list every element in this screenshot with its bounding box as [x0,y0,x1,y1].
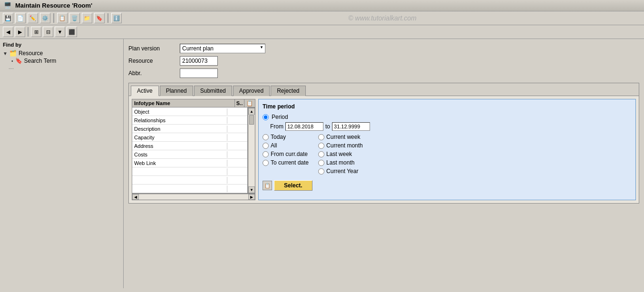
nav-btn-2[interactable]: ⊟ [43,27,53,37]
table-row[interactable]: Costs [132,150,247,159]
table-row[interactable]: Relationships [132,116,247,125]
select-button[interactable]: Select. [274,180,312,191]
vertical-scrollbar[interactable]: ▲ ▼ [248,107,255,194]
select-icon: 📋 [263,181,272,190]
col-infotype-name: Infotype Name [132,99,235,107]
to-current-label: To current date [271,159,309,166]
from-date-input[interactable] [285,122,323,131]
last-week-radio[interactable] [318,151,324,157]
horizontal-scrollbar[interactable]: ◀ ▶ [132,194,255,200]
nav-back[interactable]: ◀ [3,27,13,37]
to-date-input[interactable] [332,122,370,131]
table-row[interactable]: Capacity [132,133,247,142]
scroll-up-btn[interactable]: ▲ [248,108,255,115]
sidebar-item-search-term[interactable]: • 🔖 Search Term [11,57,120,65]
sidebar-item-resource[interactable]: ▼ 🗂️ Resource [3,49,120,57]
radio-current-year: Current Year [318,168,363,175]
radio-current-week: Current week [318,134,363,140]
settings-button[interactable]: ⚙️ [40,13,50,23]
bookmark-button[interactable]: 🔖 [94,13,105,23]
nav-btn-3[interactable]: ▼ [55,27,65,37]
dot-icon: • [11,58,13,64]
infotype-header: Infotype Name S.. 📋 [132,99,255,107]
main-toolbar: 💾 📄 ✏️ ⚙️ 📋 🗑️ 📁 🔖 ℹ️ © www.tutorialkart… [0,11,644,25]
to-current-radio[interactable] [263,160,269,166]
folder-button[interactable]: 📁 [82,13,92,23]
last-month-radio[interactable] [318,160,324,166]
radio-current-month: Current month [318,142,363,149]
hscroll-left-btn[interactable]: ◀ [132,194,139,200]
current-month-radio[interactable] [318,143,324,149]
tab-active[interactable]: Active [131,86,159,96]
current-year-radio[interactable] [318,168,324,175]
table-row [132,185,247,193]
resource-icon: 🗂️ [10,50,17,57]
abbr-input[interactable] [180,68,218,78]
current-year-label: Current Year [326,168,358,175]
delete-button[interactable]: 🗑️ [69,13,80,23]
edit-button[interactable]: ✏️ [28,13,38,23]
to-label: to [325,123,330,130]
new-button[interactable]: 📄 [15,13,26,23]
separator-1 [53,13,54,23]
period-radio-row: Period [263,114,632,120]
tree-dots: .... [3,65,120,70]
table-row[interactable]: Object [132,107,247,116]
table-row [132,176,247,185]
period-label: Period [272,114,288,120]
content-area: Plan version Current plan Resource Abbr.… [124,39,644,288]
time-period-title: Time period [263,103,632,110]
current-week-radio[interactable] [318,134,324,140]
from-curr-radio[interactable] [263,151,269,157]
period-radio[interactable] [263,114,269,120]
table-row[interactable]: Address [132,142,247,150]
nav-btn-1[interactable]: ⊞ [31,27,41,37]
time-period-panel: Time period Period From to [258,99,636,200]
hscroll-right-btn[interactable]: ▶ [248,194,255,200]
radio-last-week: Last week [318,151,363,157]
table-row[interactable]: Description [132,125,247,133]
from-to-row: From to [263,122,632,131]
tab-rejected[interactable]: Rejected [271,86,305,96]
abbr-label: Abbr. [128,70,176,77]
resource-label: Resource [19,50,43,57]
main-layout: Find by ▼ 🗂️ Resource • 🔖 Search Term ..… [0,39,644,288]
table-with-scroll: Object Relationships Description [132,107,255,194]
col-icon: 📋 [244,99,255,107]
last-month-label: Last month [326,159,354,166]
resource-label: Resource [128,58,176,64]
separator-2 [107,13,108,23]
hscroll-track [139,195,248,199]
tab-approved[interactable]: Approved [233,86,270,96]
col-s: S.. [235,99,244,107]
current-month-label: Current month [326,142,363,149]
today-label: Today [271,134,286,140]
plan-version-label: Plan version [128,45,176,52]
all-radio[interactable] [263,143,269,149]
plan-version-wrapper[interactable]: Current plan [180,44,265,53]
save-button[interactable]: 💾 [3,13,13,23]
copy-button[interactable]: 📋 [57,13,68,23]
table-row[interactable]: Web Link [132,159,247,167]
scroll-thumb[interactable] [249,115,254,125]
radio-all: All [263,142,309,149]
find-by-label: Find by [3,42,120,48]
window-title: Maintain Resource 'Room' [15,2,92,9]
radio-col-right: Current week Current month Last week [318,134,363,175]
from-curr-label: From curr.date [271,151,308,157]
nav-btn-4[interactable]: ⬛ [67,27,77,37]
tabs-container: Active Planned Submitted Approved Reject… [128,83,639,204]
plan-version-select[interactable]: Current plan [180,44,265,53]
infotype-table: Object Relationships Description [132,107,248,194]
resource-input[interactable] [180,56,218,66]
tab-submitted[interactable]: Submitted [194,86,232,96]
radio-today: Today [263,134,309,140]
info-button[interactable]: ℹ️ [111,13,122,23]
scroll-down-btn[interactable]: ▼ [248,186,255,193]
select-button-row: 📋 Select. [263,180,632,191]
today-radio[interactable] [263,134,269,140]
tab-planned[interactable]: Planned [160,86,193,96]
from-label: From [270,123,283,130]
scroll-track [249,115,254,186]
nav-forward[interactable]: ▶ [15,27,25,37]
